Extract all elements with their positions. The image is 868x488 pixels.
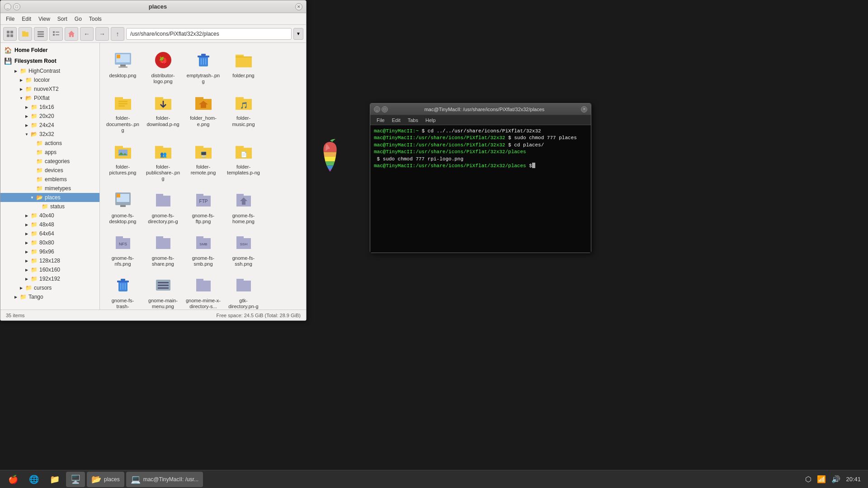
- file-item-gnome-fs-share[interactable]: gnome-fs-share.png: [144, 229, 182, 270]
- taskbar-app-finder[interactable]: 🍎: [4, 472, 23, 487]
- maximize-button[interactable]: □: [13, 3, 20, 10]
- sidebar-item-160x160[interactable]: ▶ 📁 160x160: [0, 265, 99, 274]
- file-item-gnome-mime[interactable]: gnome-mime-x-directory-s...: [184, 272, 222, 310]
- terminal-menu-tabs[interactable]: Tabs: [404, 117, 422, 123]
- home-button[interactable]: [65, 27, 78, 41]
- sidebar-item-places[interactable]: ▼ 📂 places: [0, 193, 99, 202]
- sidebar-item-192x192[interactable]: ▶ 📁 192x192: [0, 274, 99, 283]
- file-item-gnome-fs-desktop[interactable]: gnome-fs-desktop.png: [104, 187, 142, 227]
- file-icon: [233, 274, 255, 296]
- sidebar-item-24x24[interactable]: ▶ 📁 24x24: [0, 121, 99, 130]
- sidebar-item-40x40[interactable]: ▶ 📁 40x40: [0, 211, 99, 220]
- file-item-desktop-png[interactable]: desktop.png: [104, 47, 142, 87]
- terminal-body[interactable]: mac@TinyMacII:~ $ cd ../../usr/share/ico…: [370, 125, 591, 253]
- address-dropdown[interactable]: ▼: [293, 28, 303, 40]
- terminal-prompt: mac@TinyMacII:~: [374, 128, 419, 135]
- file-item-folder-music[interactable]: 🎵 folder-music.png: [224, 89, 263, 136]
- sidebar-item-highcontrast[interactable]: ▶ 📁 HighContrast: [0, 66, 99, 75]
- sidebar-item-32x32[interactable]: ▼ 📂 32x32: [0, 130, 99, 139]
- address-bar[interactable]: /usr/share/icons/PiXflat/32x32/places: [126, 28, 292, 40]
- terminal-maximize-button[interactable]: □: [382, 106, 388, 113]
- file-item-folder-pictures[interactable]: folder-pictures.png: [104, 138, 142, 185]
- menu-view[interactable]: View: [35, 15, 54, 23]
- file-item-gnome-fs-ftp[interactable]: FTP gnome-fs-ftp.png: [184, 187, 222, 227]
- taskbar-app-terminal-window[interactable]: 💻 mac@TinyMacII: /usr...: [126, 472, 203, 487]
- file-item-distributor-logo[interactable]: 🍓 distributor-logo.png: [144, 47, 182, 87]
- file-name: folder_hom-e.png: [186, 115, 221, 127]
- file-item-folder[interactable]: folder.png: [224, 47, 263, 87]
- parent-button[interactable]: ↑: [111, 27, 124, 41]
- terminal-prompt: mac@TinyMacII:/usr/share/icons/PiXflat/3…: [374, 135, 505, 141]
- sidebar-item-20x20[interactable]: ▶ 📁 20x20: [0, 112, 99, 121]
- list-view-button[interactable]: [34, 27, 47, 41]
- taskbar-app-terminal-main[interactable]: 🖥️: [66, 472, 85, 487]
- menu-sort[interactable]: Sort: [54, 15, 71, 23]
- file-icon: [233, 189, 255, 211]
- sidebar-item-80x80[interactable]: ▶ 📁 80x80: [0, 238, 99, 247]
- sidebar-item-64x64[interactable]: ▶ 📁 64x64: [0, 229, 99, 238]
- file-item-gnome-main-menu[interactable]: gnome-main-menu.png: [144, 272, 182, 310]
- sidebar-item-actions[interactable]: 📁 actions: [0, 139, 99, 148]
- sidebar-item-categories[interactable]: 📁 categories: [0, 157, 99, 166]
- sidebar-item-cursors[interactable]: ▶ 📁 cursors: [0, 283, 99, 292]
- sidebar-item-emblems[interactable]: 📁 emblems: [0, 175, 99, 184]
- minimize-button[interactable]: _: [4, 3, 11, 10]
- sidebar-item-nuovext2[interactable]: ▶ 📁 nuoveXT2: [0, 84, 99, 94]
- file-item-gtk-directory[interactable]: gtk-directory.pn-g: [224, 272, 263, 310]
- detail-view-button[interactable]: [49, 27, 63, 41]
- expand-icon: ▶: [24, 222, 29, 227]
- sidebar-item-pixflat[interactable]: ▼ 📂 PiXflat: [0, 94, 99, 103]
- sidebar-item-96x96[interactable]: ▶ 📁 96x96: [0, 247, 99, 256]
- taskbar-app-files[interactable]: 📁: [45, 472, 64, 487]
- file-item-folder-download[interactable]: folder-download.p-ng: [144, 89, 182, 136]
- sidebar-item-apps[interactable]: 📁 apps: [0, 148, 99, 157]
- sidebar-item-mimetypes[interactable]: 📁 mimetypes: [0, 184, 99, 193]
- terminal-menu-edit[interactable]: Edit: [388, 117, 404, 123]
- svg-rect-47: [158, 282, 169, 283]
- svg-rect-48: [158, 285, 169, 286]
- menu-go[interactable]: Go: [71, 15, 85, 23]
- file-item-gnome-fs-ssh[interactable]: SSH gnome-fs-ssh.png: [224, 229, 263, 270]
- file-item-gnome-fs-home[interactable]: gnome-fs-home.png: [224, 187, 263, 227]
- file-item-gnome-fs-smb[interactable]: SMB gnome-fs-smb.png: [184, 229, 222, 270]
- menu-tools[interactable]: Tools: [85, 15, 105, 23]
- sidebar-item-locolor[interactable]: ▶ 📁 locolor: [0, 75, 99, 84]
- file-item-gnome-fs-directory[interactable]: gnome-fs-directory.pn-g: [144, 187, 182, 227]
- sidebar-item-status[interactable]: 📁 status: [0, 202, 99, 211]
- file-item-gnome-fs-nfs[interactable]: NFS gnome-fs-nfs.png: [104, 229, 142, 270]
- file-item-folder-publicshare[interactable]: 👥 folder-publicshare-.png: [144, 138, 182, 185]
- menu-edit[interactable]: Edit: [18, 15, 35, 23]
- sidebar-item-tango[interactable]: ▶ 📁 Tango: [0, 292, 99, 301]
- volume-icon[interactable]: 🔊: [831, 475, 840, 483]
- file-item-folder-documents[interactable]: folder-documents-.png: [104, 89, 142, 136]
- forward-button[interactable]: →: [95, 27, 109, 41]
- icon-view-button[interactable]: [3, 27, 17, 41]
- file-name: gnome-fs-directory.pn-g: [146, 213, 180, 225]
- sidebar-item-128x128[interactable]: ▶ 📁 128x128: [0, 256, 99, 265]
- file-item-folder-remote[interactable]: 🖥️ folder-remote.png: [184, 138, 222, 185]
- sidebar-home-folder[interactable]: 🏠 Home Folder: [0, 45, 99, 56]
- taskbar-app-browser[interactable]: 🌐: [24, 472, 43, 487]
- folder-nav-button[interactable]: [19, 27, 32, 41]
- sidebar-item-devices[interactable]: 📁 devices: [0, 166, 99, 175]
- sidebar-item-16x16[interactable]: ▶ 📁 16x16: [0, 103, 99, 112]
- taskbar-app-places[interactable]: 📂 places: [87, 472, 124, 487]
- close-button[interactable]: ✕: [295, 3, 302, 10]
- bluetooth-icon[interactable]: ⬡: [805, 475, 811, 483]
- svg-rect-13: [120, 65, 126, 66]
- file-item-emptytrash[interactable]: emptytrash-.png: [184, 47, 222, 87]
- menu-file[interactable]: File: [2, 15, 18, 23]
- terminal-line-5: mac@TinyMacII:/usr/share/icons/PiXflat/3…: [374, 163, 587, 169]
- terminal-menu-help[interactable]: Help: [422, 117, 439, 123]
- sidebar-filesystem-root[interactable]: 💾 Filesystem Root: [0, 56, 99, 66]
- back-button[interactable]: ←: [80, 27, 94, 41]
- terminal-close-button[interactable]: ✕: [581, 106, 587, 113]
- file-item-folder-home[interactable]: folder_hom-e.png: [184, 89, 222, 136]
- sidebar-item-48x48[interactable]: ▶ 📁 48x48: [0, 220, 99, 229]
- file-item-folder-templates[interactable]: 📄 folder-templates.p-ng: [224, 138, 263, 185]
- terminal-menu-file[interactable]: File: [373, 117, 388, 123]
- wifi-icon[interactable]: 📶: [817, 475, 826, 483]
- terminal-minimize-button[interactable]: _: [374, 106, 380, 113]
- file-item-gnome-fs-trash-empty[interactable]: gnome-fs-trash-empty.png: [104, 272, 142, 310]
- svg-rect-9: [53, 34, 55, 36]
